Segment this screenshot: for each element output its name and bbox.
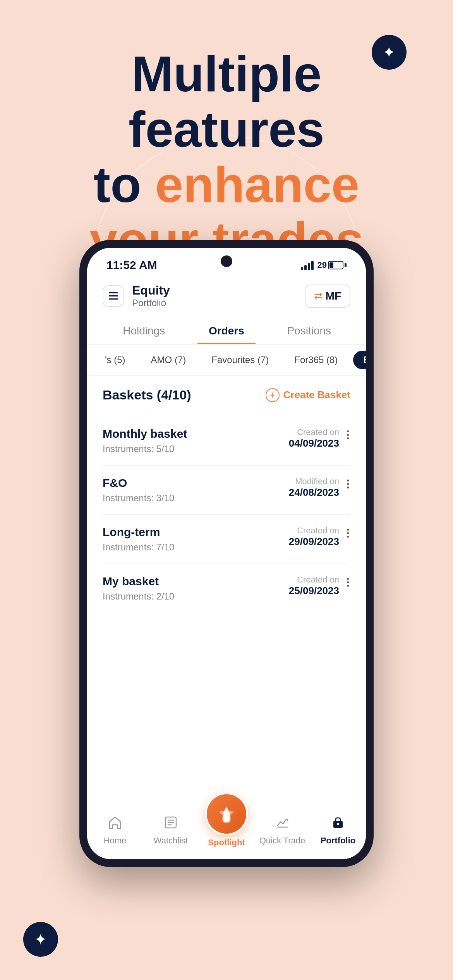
home-icon	[105, 812, 125, 833]
nav-spotlight-label: Spotlight	[208, 838, 245, 848]
signal-bar-4	[311, 261, 314, 270]
basket-info-longterm: Long-term Instruments: 7/10	[103, 526, 289, 553]
basket-more-button-monthly[interactable]	[345, 429, 350, 441]
camera-notch	[221, 255, 232, 267]
basket-instruments-longterm: Instruments: 7/10	[103, 542, 289, 553]
basket-info-monthly: Monthly basket Instruments: 5/10	[103, 427, 289, 454]
baskets-header: Baskets (4/10) + Create Basket	[103, 387, 350, 403]
nav-home[interactable]: Home	[87, 812, 143, 846]
basket-date-value-monthly: 04/09/2023	[289, 437, 339, 449]
nav-spotlight[interactable]: Spotlight	[199, 793, 254, 848]
header-title-group: Equity Portfolio	[132, 283, 170, 308]
basket-date-value-longterm: 29/09/2023	[289, 536, 339, 548]
basket-name-longterm: Long-term	[103, 526, 289, 539]
svg-point-7	[337, 823, 339, 825]
battery-text: 29	[317, 260, 327, 270]
switch-icon: ⇄	[314, 290, 323, 302]
basket-item-monthly: Monthly basket Instruments: 5/10 Created…	[103, 416, 350, 466]
basket-more-button-mybasket[interactable]	[345, 576, 350, 588]
svg-rect-4	[223, 814, 230, 822]
tab-orders[interactable]: Orders	[185, 316, 268, 344]
basket-right-monthly: Created on 04/09/2023	[289, 427, 350, 449]
hamburger-line-2	[109, 295, 118, 296]
star-icon-2: ✦	[34, 930, 47, 948]
nav-home-label: Home	[104, 836, 127, 846]
header-title-sub: Portfolio	[132, 298, 170, 308]
basket-date-value-mybasket: 25/09/2023	[289, 585, 339, 597]
basket-date-label-mybasket: Created on	[289, 575, 339, 585]
quick-trade-icon	[272, 812, 292, 833]
basket-name-fno: F&O	[103, 476, 289, 490]
tab-holdings[interactable]: Holdings	[103, 316, 185, 344]
nav-watchlist[interactable]: Watchlist	[143, 812, 199, 846]
phone-frame: 11:52 AM 29	[79, 240, 374, 867]
subtab-baskets[interactable]: Baskets (4)	[353, 351, 366, 369]
basket-date-fno: Modified on 24/08/2023	[289, 476, 339, 499]
header-title-main: Equity	[132, 283, 170, 298]
basket-instruments-monthly: Instruments: 5/10	[103, 444, 289, 454]
basket-item-mybasket: My basket Instruments: 2/10 Created on 2…	[103, 564, 350, 613]
basket-date-longterm: Created on 29/09/2023	[289, 526, 339, 548]
plus-circle-icon: +	[266, 388, 280, 402]
nav-portfolio[interactable]: Portfolio	[310, 812, 366, 846]
battery-tip	[345, 263, 347, 267]
battery-indicator: 29	[317, 260, 347, 270]
nav-watchlist-label: Watchlist	[154, 836, 188, 846]
basket-item-fno: F&O Instruments: 3/10 Modified on 24/08/…	[103, 466, 350, 515]
star-decoration-bottom: ✦	[23, 922, 58, 957]
signal-bars	[301, 260, 314, 270]
hamburger-menu-button[interactable]	[103, 285, 124, 307]
portfolio-icon	[328, 812, 348, 833]
basket-right-fno: Modified on 24/08/2023	[289, 476, 350, 499]
basket-name-mybasket: My basket	[103, 575, 289, 588]
basket-info-fno: F&O Instruments: 3/10	[103, 476, 289, 504]
header-left: Equity Portfolio	[103, 283, 170, 308]
signal-bar-3	[308, 263, 310, 270]
basket-instruments-mybasket: Instruments: 2/10	[103, 591, 289, 602]
mf-button-label: MF	[326, 290, 341, 302]
basket-right-longterm: Created on 29/09/2023	[289, 526, 350, 548]
status-time: 11:52 AM	[106, 259, 157, 272]
basket-info-mybasket: My basket Instruments: 2/10	[103, 575, 289, 602]
phone-screen: 11:52 AM 29	[87, 248, 366, 859]
nav-quick-trade-label: Quick Trade	[259, 836, 305, 846]
subtab-amo[interactable]: AMO (7)	[141, 351, 196, 369]
content-area: Baskets (4/10) + Create Basket Monthly b…	[87, 376, 366, 624]
baskets-title: Baskets (4/10)	[103, 387, 191, 403]
signal-bar-2	[304, 265, 307, 270]
basket-date-label-fno: Modified on	[289, 476, 339, 487]
bottom-navigation: Home Watchlist	[87, 804, 366, 859]
basket-date-value-fno: 24/08/2023	[289, 487, 339, 499]
create-basket-button[interactable]: + Create Basket	[266, 388, 350, 402]
basket-right-mybasket: Created on 25/09/2023	[289, 575, 350, 597]
basket-date-mybasket: Created on 25/09/2023	[289, 575, 339, 597]
hamburger-line-1	[109, 292, 118, 293]
subtab-favourites[interactable]: Favourites (7)	[201, 351, 279, 369]
spotlight-circle	[205, 793, 248, 835]
signal-bar-1	[301, 267, 303, 270]
hero-title: Multiple features to enhance your trades	[31, 46, 422, 268]
status-icons: 29	[301, 260, 347, 270]
basket-date-monthly: Created on 04/09/2023	[289, 427, 339, 449]
watchlist-icon	[161, 812, 181, 833]
basket-name-monthly: Monthly basket	[103, 427, 289, 440]
app-header: Equity Portfolio ⇄ MF	[87, 276, 366, 316]
nav-quick-trade[interactable]: Quick Trade	[254, 812, 310, 846]
battery-fill	[329, 262, 333, 268]
subtab-recent[interactable]: 's (5)	[95, 351, 136, 369]
subtab-bar: 's (5) AMO (7) Favourites (7) For365 (8)…	[87, 344, 366, 376]
basket-instruments-fno: Instruments: 3/10	[103, 493, 289, 504]
basket-item-longterm: Long-term Instruments: 7/10 Created on 2…	[103, 515, 350, 564]
hamburger-lines	[109, 292, 118, 300]
battery-body	[328, 261, 343, 269]
basket-more-button-fno[interactable]	[345, 478, 350, 490]
basket-date-label-longterm: Created on	[289, 526, 339, 536]
nav-portfolio-label: Portfolio	[321, 836, 355, 846]
basket-more-button-longterm[interactable]	[345, 527, 350, 539]
basket-date-label-monthly: Created on	[289, 427, 339, 437]
create-basket-label: Create Basket	[283, 389, 350, 401]
tab-positions[interactable]: Positions	[268, 316, 350, 344]
mf-switch-button[interactable]: ⇄ MF	[305, 284, 350, 308]
phone-mockup: 11:52 AM 29	[79, 240, 374, 867]
subtab-for365[interactable]: For365 (8)	[284, 351, 348, 369]
